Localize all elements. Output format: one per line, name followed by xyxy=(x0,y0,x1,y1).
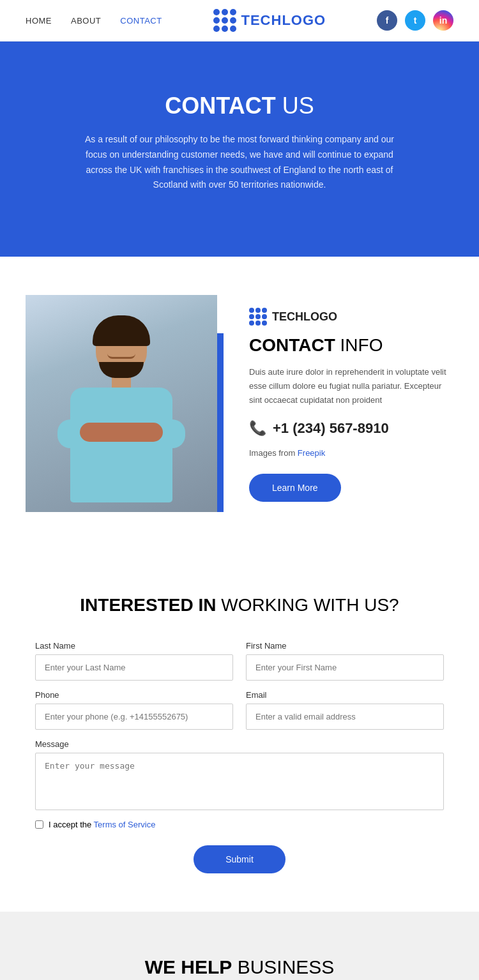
mini-logo-text: TECHLOGO xyxy=(272,310,337,324)
mini-logo-dots xyxy=(249,308,267,326)
nav-home[interactable]: HOME xyxy=(26,16,52,26)
instagram-icon[interactable]: in xyxy=(433,10,453,31)
images-from: Images from Freepik xyxy=(249,446,453,460)
we-help-section: WE HELP BUSINESS Duis aute irure dolor i… xyxy=(0,912,479,980)
terms-text: I accept the Terms of Service xyxy=(49,820,155,829)
contact-info-section: TECHLOGO CONTACT INFO Duis aute irure do… xyxy=(0,257,479,550)
contact-form: Last Name First Name Phone Email Message xyxy=(35,641,444,873)
contact-info-heading: CONTACT INFO xyxy=(249,335,453,356)
contact-info-text: TECHLOGO CONTACT INFO Duis aute irure do… xyxy=(249,295,453,512)
we-help-heading: WE HELP BUSINESS xyxy=(26,956,453,978)
first-name-group: First Name xyxy=(246,641,444,681)
contact-info-description: Duis aute irure dolor in reprehenderit i… xyxy=(249,365,453,407)
navbar: HOME ABOUT CONTACT TECHLOGO f t in xyxy=(0,0,479,41)
phone-label: Phone xyxy=(35,690,233,700)
phone-text: +1 (234) 567-8910 xyxy=(273,420,389,437)
message-input[interactable] xyxy=(35,753,444,810)
nav-about[interactable]: ABOUT xyxy=(71,16,101,26)
name-row: Last Name First Name xyxy=(35,641,444,681)
email-label: Email xyxy=(246,690,444,700)
hero-heading: CONTACT US xyxy=(26,93,453,119)
submit-button[interactable]: Submit xyxy=(194,845,285,873)
message-group: Message xyxy=(35,739,444,810)
logo: TECHLOGO xyxy=(213,9,326,32)
interested-section: INTERESTED IN WORKING WITH US? Last Name… xyxy=(0,550,479,912)
learn-more-button[interactable]: Learn More xyxy=(249,474,341,502)
hero-description: As a result of our philosophy to be the … xyxy=(80,132,399,193)
mini-logo: TECHLOGO xyxy=(249,308,453,326)
phone-icon: 📞 xyxy=(249,420,266,437)
freepik-link[interactable]: Freepik xyxy=(298,448,325,458)
message-label: Message xyxy=(35,739,444,749)
social-icons: f t in xyxy=(377,10,453,31)
terms-link[interactable]: Terms of Service xyxy=(94,820,156,829)
hero-section: CONTACT US As a result of our philosophy… xyxy=(0,41,479,257)
logo-dots xyxy=(213,9,236,32)
terms-row: I accept the Terms of Service xyxy=(35,820,444,829)
nav-links: HOME ABOUT CONTACT xyxy=(26,16,162,26)
facebook-icon[interactable]: f xyxy=(377,10,397,31)
nav-contact[interactable]: CONTACT xyxy=(120,16,162,26)
person-photo-container xyxy=(26,295,224,512)
last-name-input[interactable] xyxy=(35,654,233,681)
phone-number: 📞 +1 (234) 567-8910 xyxy=(249,420,453,437)
logo-text: TECHLOGO xyxy=(241,12,326,29)
interested-heading: INTERESTED IN WORKING WITH US? xyxy=(35,595,444,615)
email-group: Email xyxy=(246,690,444,730)
twitter-icon[interactable]: t xyxy=(405,10,425,31)
email-input[interactable] xyxy=(246,704,444,730)
last-name-label: Last Name xyxy=(35,641,233,651)
terms-checkbox[interactable] xyxy=(35,820,43,829)
person-image xyxy=(26,295,217,512)
phone-group: Phone xyxy=(35,690,233,730)
first-name-label: First Name xyxy=(246,641,444,651)
last-name-group: Last Name xyxy=(35,641,233,681)
contact-row: Phone Email xyxy=(35,690,444,730)
first-name-input[interactable] xyxy=(246,654,444,681)
phone-input[interactable] xyxy=(35,704,233,730)
